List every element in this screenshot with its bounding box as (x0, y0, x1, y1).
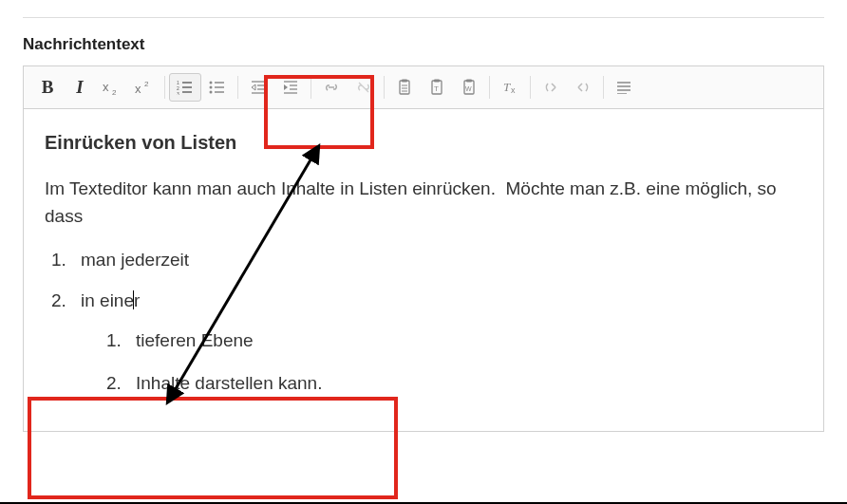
ordered-list: man jederzeit in einer tieferen Ebene In… (45, 247, 802, 397)
svg-point-12 (210, 91, 213, 94)
svg-point-10 (210, 82, 213, 84)
svg-text:T: T (503, 80, 511, 94)
field-label: Nachrichtentext (23, 35, 824, 54)
svg-text:x: x (135, 82, 141, 95)
toolbar-separator (237, 76, 238, 99)
rich-text-editor: B I x2 x2 123 (23, 65, 824, 432)
svg-text:3: 3 (177, 91, 179, 95)
svg-marker-20 (252, 84, 255, 90)
toolbar-separator (530, 76, 531, 99)
toolbar-separator (164, 76, 165, 99)
indent-button[interactable] (274, 73, 307, 102)
superscript-button[interactable]: x2 (128, 73, 160, 102)
toolbar-separator (603, 76, 604, 99)
paste-text-button[interactable]: T (421, 73, 453, 102)
italic-button[interactable]: I (64, 73, 96, 102)
align-button[interactable] (608, 73, 640, 102)
subscript-button[interactable]: x2 (96, 73, 128, 102)
svg-point-11 (210, 86, 213, 89)
svg-text:2: 2 (144, 80, 149, 88)
paste-word-button[interactable]: W (453, 73, 485, 102)
svg-marker-25 (284, 84, 288, 90)
list-item: in einer tieferen Ebene Inhalte darstell… (71, 288, 802, 398)
list-item: man jederzeit (71, 247, 802, 274)
undo-button[interactable] (535, 73, 567, 102)
content-paragraph: Im Texteditor kann man auch Inhalte in L… (45, 176, 802, 230)
list-item: tieferen Ebene (126, 327, 802, 355)
outdent-button[interactable] (242, 73, 274, 102)
redo-button[interactable] (567, 73, 599, 102)
nested-ordered-list: tieferen Ebene Inhalte darstellen kann. (81, 327, 802, 397)
unlink-button[interactable] (348, 73, 380, 102)
svg-text:2: 2 (112, 88, 117, 95)
toolbar-separator (489, 76, 490, 99)
svg-text:x: x (511, 85, 516, 95)
svg-rect-27 (400, 81, 409, 94)
editor-toolbar: B I x2 x2 123 (24, 66, 823, 109)
list-item: Inhalte darstellen kann. (126, 370, 802, 398)
editor-content[interactable]: Einrücken von Listen Im Texteditor kann … (24, 109, 823, 431)
svg-rect-28 (402, 80, 407, 83)
unordered-list-button[interactable] (201, 73, 234, 102)
svg-text:T: T (434, 84, 439, 93)
remove-format-button[interactable]: Tx (494, 73, 526, 102)
svg-rect-33 (434, 80, 440, 83)
ordered-list-button[interactable]: 123 (169, 73, 201, 102)
toolbar-separator (311, 76, 311, 99)
toolbar-separator (384, 76, 385, 99)
svg-text:x: x (103, 80, 109, 94)
svg-rect-36 (466, 80, 472, 83)
link-button[interactable] (315, 73, 348, 102)
content-heading: Einrücken von Listen (45, 128, 802, 157)
svg-line-26 (359, 83, 368, 92)
svg-text:W: W (465, 85, 472, 92)
bold-button[interactable]: B (31, 73, 64, 102)
paste-button[interactable] (388, 73, 421, 102)
